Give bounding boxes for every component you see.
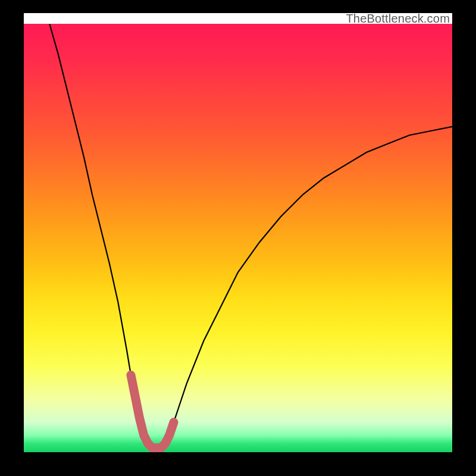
chart-plot-area: [24, 24, 452, 452]
bottleneck-curve-svg: [24, 24, 452, 452]
optimal-zone-highlight: [131, 375, 174, 447]
chart-frame: TheBottleneck.com: [0, 0, 476, 476]
bottleneck-curve: [49, 24, 452, 448]
